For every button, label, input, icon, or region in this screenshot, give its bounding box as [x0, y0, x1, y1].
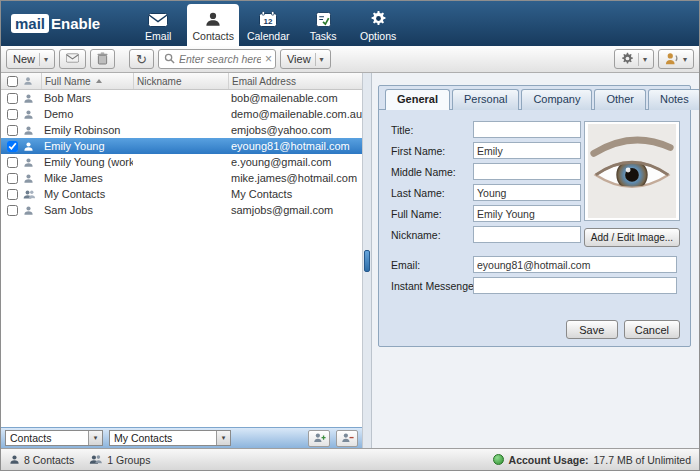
- remove-from-group-button[interactable]: [336, 430, 358, 447]
- usage-indicator-icon: [493, 454, 504, 465]
- settings-menu-button[interactable]: ▾: [614, 49, 654, 69]
- instant-messenger-label: Instant Messenger:: [391, 280, 473, 292]
- view-button-label: View: [287, 53, 311, 65]
- refresh-button[interactable]: ↻: [129, 49, 154, 69]
- trash-icon: [97, 52, 108, 67]
- button-divider: [315, 53, 316, 66]
- splitter-handle[interactable]: [364, 250, 370, 272]
- sort-ascending-icon: [96, 79, 102, 83]
- contact-email: demo@mailenable.com.au: [228, 108, 362, 120]
- contact-email: samjobs@gmail.com: [228, 204, 362, 216]
- full-name-label: Full Name:: [391, 208, 473, 220]
- tab-email[interactable]: Email: [132, 4, 184, 46]
- full-name-field[interactable]: [473, 205, 581, 222]
- group-select[interactable]: My Contacts ▾: [109, 430, 231, 446]
- chevron-down-icon[interactable]: ▾: [88, 431, 102, 445]
- list-header: Full Name Nickname Email Address: [1, 73, 362, 90]
- row-checkbox[interactable]: [7, 109, 18, 120]
- title-field[interactable]: [473, 121, 581, 138]
- row-checkbox[interactable]: [7, 189, 18, 200]
- tab-company[interactable]: Company: [521, 89, 592, 110]
- search-input[interactable]: [179, 53, 261, 65]
- folder-bar: Contacts ▾ My Contacts ▾: [1, 427, 362, 448]
- cancel-button[interactable]: Cancel: [624, 320, 680, 339]
- button-divider: [39, 53, 40, 66]
- main-area: Full Name Nickname Email Address Bob Mar…: [1, 73, 699, 448]
- search-box: ×: [158, 49, 276, 69]
- row-checkbox[interactable]: [7, 141, 18, 152]
- row-checkbox[interactable]: [7, 93, 18, 104]
- tab-general[interactable]: General: [385, 89, 450, 110]
- tab-contacts[interactable]: Contacts: [187, 4, 239, 46]
- form-buttons: Save Cancel: [379, 314, 690, 339]
- column-nickname[interactable]: Nickname: [133, 73, 228, 89]
- table-row[interactable]: Emily Young (work) e.young@gmail.com: [1, 154, 362, 170]
- contact-email: eyoung81@hotmail.com: [228, 140, 362, 152]
- group-icon: [89, 454, 103, 465]
- table-row[interactable]: Mike James mike.james@hotmail.com: [1, 170, 362, 186]
- view-button[interactable]: View ▾: [280, 49, 331, 69]
- contact-image: [584, 121, 680, 221]
- tab-options-label: Options: [360, 30, 396, 42]
- general-form: Title: First Name: Middle Name: Last Nam…: [379, 110, 690, 314]
- contact-detail-pane: General Personal Company Other Notes Tit…: [372, 73, 699, 448]
- person-sound-icon: [665, 52, 679, 67]
- chevron-down-icon: ▾: [44, 55, 48, 64]
- table-row[interactable]: Sam Jobs samjobs@gmail.com: [1, 202, 362, 218]
- table-row-selected[interactable]: Emily Young eyoung81@hotmail.com: [1, 138, 362, 154]
- instant-messenger-field[interactable]: [473, 277, 677, 294]
- row-checkbox[interactable]: [7, 205, 18, 216]
- user-audio-button[interactable]: ▾: [658, 49, 694, 69]
- detail-tabs: General Personal Company Other Notes: [379, 86, 690, 110]
- row-checkbox[interactable]: [7, 157, 18, 168]
- logo-mail-box: mail: [11, 14, 49, 33]
- tab-calendar[interactable]: 12 Calendar: [242, 4, 294, 46]
- save-button[interactable]: Save: [566, 320, 618, 339]
- email-field[interactable]: [473, 256, 677, 273]
- folder-select-value: Contacts: [6, 431, 88, 445]
- tab-tasks[interactable]: Tasks: [297, 4, 349, 46]
- column-email-address[interactable]: Email Address: [228, 73, 362, 89]
- contact-name: Emily Young: [41, 140, 133, 152]
- contact-icon: [23, 157, 41, 168]
- groups-count-label: 1 Groups: [107, 454, 150, 466]
- column-full-name[interactable]: Full Name: [41, 73, 133, 89]
- add-edit-image-button[interactable]: Add / Edit Image...: [584, 228, 680, 247]
- last-name-field[interactable]: [473, 184, 581, 201]
- table-row[interactable]: Emily Robinson emjobs@yahoo.com: [1, 122, 362, 138]
- eye-photo: [587, 124, 677, 218]
- contact-icon: [23, 173, 41, 184]
- tab-other[interactable]: Other: [594, 89, 646, 110]
- send-email-button[interactable]: [59, 49, 86, 69]
- contact-email: mike.james@hotmail.com: [228, 172, 362, 184]
- first-name-field[interactable]: [473, 142, 581, 159]
- chevron-down-icon[interactable]: ▾: [216, 431, 230, 445]
- options-gear-icon: [370, 10, 387, 27]
- tab-options[interactable]: Options: [352, 4, 404, 46]
- clear-search-icon[interactable]: ×: [265, 53, 272, 65]
- tab-notes[interactable]: Notes: [648, 89, 700, 110]
- new-button[interactable]: New ▾: [6, 49, 55, 69]
- contact-email: bob@mailenable.com: [228, 92, 362, 104]
- select-all-checkbox[interactable]: [7, 76, 18, 87]
- table-row[interactable]: Demo demo@mailenable.com.au: [1, 106, 362, 122]
- tab-personal[interactable]: Personal: [452, 89, 519, 110]
- gear-icon: [621, 52, 634, 67]
- nickname-field[interactable]: [473, 226, 581, 243]
- row-checkbox[interactable]: [7, 125, 18, 136]
- email-icon: [148, 10, 168, 27]
- contact-list-pane: Full Name Nickname Email Address Bob Mar…: [1, 73, 363, 448]
- table-row[interactable]: Bob Mars bob@mailenable.com: [1, 90, 362, 106]
- pane-splitter[interactable]: [363, 73, 372, 448]
- table-row[interactable]: My Contacts My Contacts: [1, 186, 362, 202]
- middle-name-field[interactable]: [473, 163, 581, 180]
- contact-name: My Contacts: [41, 188, 133, 200]
- contact-rows: Bob Mars bob@mailenable.com Demo demo@ma…: [1, 90, 362, 427]
- add-to-group-button[interactable]: [308, 430, 330, 447]
- button-divider: [638, 53, 639, 66]
- folder-select[interactable]: Contacts ▾: [5, 430, 103, 446]
- delete-button[interactable]: [90, 49, 115, 69]
- row-checkbox[interactable]: [7, 173, 18, 184]
- title-label: Title:: [391, 124, 473, 136]
- chevron-down-icon: ▾: [320, 55, 324, 64]
